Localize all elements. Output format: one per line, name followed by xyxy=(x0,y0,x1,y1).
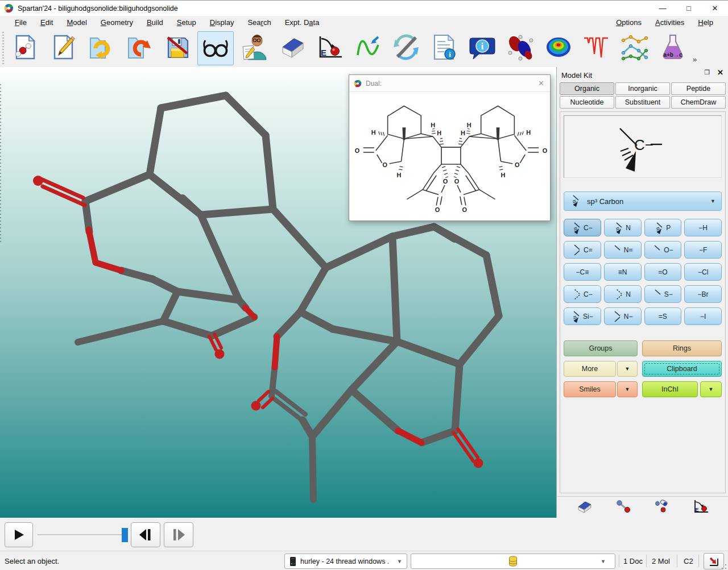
atom-button-hydrogen[interactable]: −H xyxy=(684,219,722,236)
atom-button-sp-nitrogen[interactable]: ≡N xyxy=(604,263,642,281)
minimize-energy-small-icon[interactable]: E xyxy=(693,499,709,516)
plots-button[interactable] xyxy=(617,31,653,65)
tab-organic[interactable]: Organic xyxy=(560,82,614,95)
rings-button[interactable]: Rings xyxy=(642,340,722,356)
atom-type-dropdown[interactable]: sp³ Carbon ▼ xyxy=(564,192,722,211)
model-kit-panel: Model Kit ❐ ✕ Organic Inorganic Peptide … xyxy=(556,67,728,518)
delete-button[interactable] xyxy=(274,31,310,65)
panel-divider xyxy=(557,496,728,497)
atom-button-bromine[interactable]: −Br xyxy=(684,285,722,303)
bond-glyph xyxy=(572,310,582,323)
atom-button-chlorine[interactable]: −Cl xyxy=(684,263,722,281)
groups-button[interactable]: Groups xyxy=(564,340,638,356)
atom-button-sulfur[interactable]: S− xyxy=(644,285,682,303)
close-button[interactable]: ✕ xyxy=(702,1,728,16)
output-button[interactable]: i xyxy=(426,31,462,65)
menu-display[interactable]: Display xyxy=(203,17,241,28)
atom-button-sp2-nitrogen[interactable]: N= xyxy=(604,241,642,259)
model-kit-header[interactable]: Model Kit xyxy=(557,69,728,81)
menu-model[interactable]: Model xyxy=(60,17,93,28)
toolbar-drag-handle[interactable] xyxy=(1,32,6,65)
atom-button-sp2-carbon[interactable]: C= xyxy=(564,241,601,259)
properties-button[interactable]: i xyxy=(464,31,500,65)
menu-geometry[interactable]: Geometry xyxy=(94,17,140,28)
spectra-button[interactable] xyxy=(578,31,615,65)
small-eraser-icon[interactable] xyxy=(577,500,593,515)
minimize-button[interactable]: — xyxy=(650,1,676,16)
slider-handle[interactable] xyxy=(122,528,128,542)
clipboard-button[interactable]: Clipboard xyxy=(642,361,722,377)
constrain-button[interactable] xyxy=(388,31,424,65)
tab-inorganic[interactable]: Inorganic xyxy=(615,82,670,95)
frame-slider[interactable] xyxy=(38,522,127,547)
dual-close-icon[interactable]: ✕ xyxy=(538,79,544,88)
tab-chemdraw[interactable]: ChemDraw xyxy=(671,96,726,109)
panel-close-icon[interactable]: ✕ xyxy=(717,68,723,77)
atom-button-sp3-phosphorus[interactable]: P xyxy=(644,219,682,236)
new-button[interactable] xyxy=(7,31,43,65)
atom-button-sp3-nitrogen[interactable]: N xyxy=(604,219,642,236)
atom-button-aromatic-nitrogen[interactable]: N xyxy=(604,285,642,303)
atom-button-sp3-oxygen[interactable]: O− xyxy=(644,241,682,259)
inchi-dropdown-arrow[interactable]: ▼ xyxy=(700,381,722,397)
smiles-button[interactable]: Smiles xyxy=(564,381,616,397)
atom-button-thio-sulfur[interactable]: =S xyxy=(644,307,682,325)
orbitals-button[interactable] xyxy=(502,31,539,65)
step-back-icon xyxy=(138,527,153,542)
save-button[interactable] xyxy=(159,31,196,65)
menu-search[interactable]: Search xyxy=(241,17,278,28)
close-button[interactable] xyxy=(83,31,119,65)
surfaces-button[interactable] xyxy=(540,31,577,65)
atom-button-silicon[interactable]: Si− xyxy=(564,307,601,325)
more-dropdown-arrow[interactable]: ▼ xyxy=(617,361,638,377)
menu-build[interactable]: Build xyxy=(140,17,170,28)
tab-nucleotide[interactable]: Nucleotide xyxy=(560,96,614,109)
atom-button-fluorine[interactable]: −F xyxy=(684,241,722,259)
menu-activities[interactable]: Activities xyxy=(648,17,691,28)
resize-grip[interactable] xyxy=(721,564,727,569)
panel-float-icon[interactable]: ❐ xyxy=(704,69,710,76)
atom-button-grid: C− N P −H C= N= O− −F −C≡ ≡N =O −Cl C− N… xyxy=(564,219,722,325)
break-bond-icon[interactable] xyxy=(655,500,669,515)
step-back-button[interactable] xyxy=(131,522,160,547)
atom-button-sp3-carbon[interactable]: C− xyxy=(564,219,601,236)
menu-help[interactable]: Help xyxy=(691,17,720,28)
toolbar-overflow-chevron[interactable]: » xyxy=(693,55,697,67)
status-separator xyxy=(698,555,699,567)
maximize-button[interactable]: □ xyxy=(676,1,702,16)
tab-substituent[interactable]: Substituent xyxy=(615,96,670,109)
reactions-button[interactable]: a+b→c xyxy=(655,31,691,65)
atom-button-sp2-oxygen[interactable]: =O xyxy=(644,263,682,281)
make-bond-icon[interactable] xyxy=(616,500,631,515)
minimize-energy-button[interactable]: E xyxy=(312,31,348,65)
menu-options[interactable]: Options xyxy=(609,17,648,28)
atom-button-iodine[interactable]: −I xyxy=(684,307,722,325)
svg-text:O: O xyxy=(382,161,387,168)
inchi-button[interactable]: InChI xyxy=(642,381,698,397)
view-button[interactable] xyxy=(197,31,234,65)
red-corner-arrow-icon xyxy=(708,556,719,567)
menu-setup[interactable]: Setup xyxy=(170,17,203,28)
play-button[interactable] xyxy=(5,522,33,547)
build-button[interactable] xyxy=(235,31,272,65)
atom-button-sp-carbon[interactable]: −C≡ xyxy=(564,263,601,281)
smiles-dropdown-arrow[interactable]: ▼ xyxy=(617,381,638,397)
bond-glyph xyxy=(572,288,582,301)
menu-file[interactable]: File xyxy=(8,17,34,28)
title-bar[interactable]: Spartan'24 - biliguhodgsonolide:biliguho… xyxy=(0,1,728,16)
vibrations-button[interactable] xyxy=(350,31,386,65)
step-forward-button[interactable] xyxy=(164,522,193,547)
slider-track[interactable] xyxy=(38,534,124,536)
tab-peptide[interactable]: Peptide xyxy=(671,82,726,95)
open-button[interactable] xyxy=(45,31,81,65)
database-selector[interactable]: ▼ xyxy=(411,554,615,569)
atom-button-planar-nitrogen[interactable]: N− xyxy=(604,307,642,325)
dual-title-bar[interactable]: Dual: ✕ xyxy=(349,75,550,92)
menu-edit[interactable]: Edit xyxy=(34,17,60,28)
host-selector[interactable]: hurley - 24 thread windows . ▼ xyxy=(284,554,407,569)
more-button[interactable]: More xyxy=(564,361,616,377)
revert-button[interactable] xyxy=(121,31,158,65)
new-molecule-document-icon xyxy=(11,34,39,63)
menu-expt-data[interactable]: Expt. Data xyxy=(278,17,326,28)
atom-button-aromatic-carbon[interactable]: C− xyxy=(564,285,601,303)
